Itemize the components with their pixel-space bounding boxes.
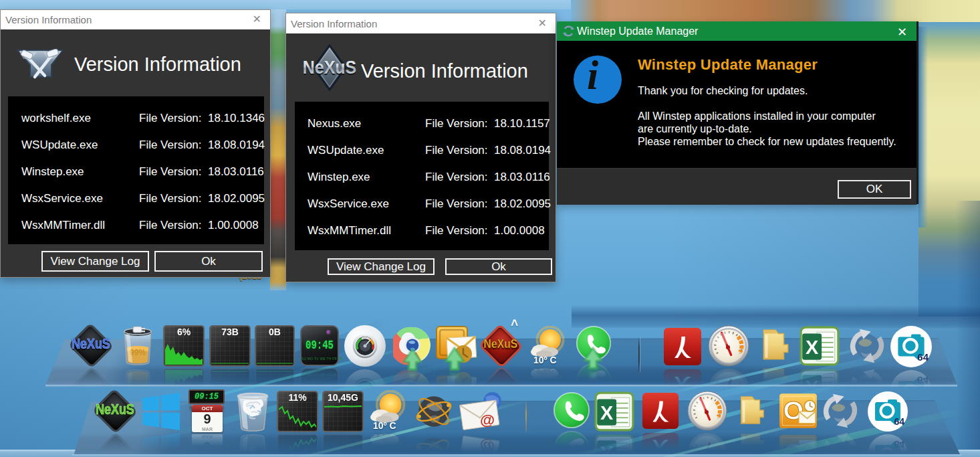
svg-text:NeXuS: NeXuS <box>303 57 357 78</box>
